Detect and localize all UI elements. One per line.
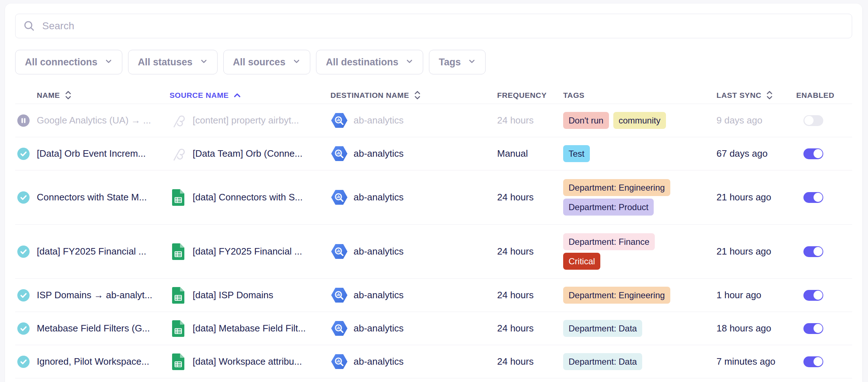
toggle-knob <box>814 291 823 300</box>
enabled-toggle[interactable] <box>803 323 823 334</box>
tag-pill: community <box>613 112 666 129</box>
table-row[interactable]: ISP Domains → ab-analyt... [data] ISP Do… <box>15 279 852 312</box>
column-header: FREQUENCY <box>497 91 563 100</box>
tag-pill: Test <box>563 145 590 162</box>
toggle-knob <box>805 116 814 125</box>
last-sync-value: 18 hours ago <box>716 323 796 334</box>
search-input[interactable] <box>15 14 852 38</box>
bigquery-icon <box>330 146 348 161</box>
frequency-value: 24 hours <box>497 115 563 126</box>
tag-pill: Critical <box>563 253 600 270</box>
table-body: Google Analytics (UA) → ... [content] pr… <box>15 104 852 378</box>
search-bar <box>15 14 852 38</box>
tag-pill: Department: Product <box>563 199 654 216</box>
last-sync-value: 21 hours ago <box>716 192 796 203</box>
table-row[interactable]: Connectors with State M... [data] Connec… <box>15 170 852 225</box>
source-name: [data] Metabase Field Filt... <box>193 323 306 334</box>
enabled-toggle[interactable] <box>803 246 823 257</box>
filter-dropdown[interactable]: All sources <box>223 50 311 74</box>
filter-dropdown[interactable]: Tags <box>429 50 486 74</box>
connection-name: Google Analytics (UA) → ... <box>37 115 158 126</box>
bigquery-icon <box>330 113 348 128</box>
sort-icon-slot <box>64 90 72 100</box>
tags-list: Department: Engineering <box>563 287 716 304</box>
destination-name: ab-analytics <box>354 148 404 159</box>
tag-pill: Department: Data <box>563 320 642 337</box>
frequency-value: 24 hours <box>497 192 563 203</box>
filter-dropdown[interactable]: All statuses <box>128 50 218 74</box>
column-label: NAME <box>37 91 60 100</box>
last-sync-value: 9 days ago <box>716 115 796 126</box>
sort-icon-slot <box>233 92 241 98</box>
tags-list: Test <box>563 145 716 162</box>
tag-pill: Department: Finance <box>563 233 655 250</box>
toggle-knob <box>814 149 823 158</box>
filter-dropdown[interactable]: All destinations <box>316 50 423 74</box>
toggle-knob <box>814 357 823 366</box>
table-row[interactable]: [data] FY2025 Financial ... [data] FY202… <box>15 225 852 279</box>
last-sync-value: 7 minutes ago <box>716 356 796 367</box>
sheets-icon <box>170 287 187 304</box>
enabled-toggle[interactable] <box>803 192 823 203</box>
table-row[interactable]: Metabase Field Filters (G... [data] Meta… <box>15 312 852 345</box>
success-status-icon <box>17 191 30 204</box>
chevron-down-icon <box>105 57 113 68</box>
toggle-knob <box>814 247 823 256</box>
table-row[interactable]: Google Analytics (UA) → ... [content] pr… <box>15 104 852 137</box>
connection-name: [data] FY2025 Financial ... <box>37 246 154 257</box>
filter-dropdown[interactable]: All connections <box>15 50 122 74</box>
source-name: [data] Workspace attribu... <box>193 356 302 367</box>
table-header: NAME SOURCE NAME DESTINATION NAME FREQUE… <box>15 87 852 104</box>
destination-name: ab-analytics <box>354 192 404 203</box>
connection-name: Ignored, Pilot Workspace... <box>37 356 157 367</box>
sort-icon-slot <box>413 90 421 100</box>
bigquery-icon <box>330 321 348 336</box>
sort-icon-slot <box>766 90 773 100</box>
column-header[interactable]: SOURCE NAME <box>170 91 330 100</box>
enabled-toggle[interactable] <box>803 115 823 126</box>
enabled-toggle[interactable] <box>803 356 823 367</box>
destination-name: ab-analytics <box>354 290 404 301</box>
column-header[interactable]: DESTINATION NAME <box>330 90 497 100</box>
airbyte-icon <box>170 112 187 129</box>
column-header[interactable]: LAST SYNC <box>716 90 796 100</box>
success-status-icon <box>17 246 30 258</box>
tag-pill: Department: Engineering <box>563 179 670 196</box>
frequency-value: 24 hours <box>497 356 563 367</box>
filter-label: All statuses <box>138 57 193 68</box>
frequency-value: Manual <box>497 148 563 159</box>
column-header[interactable]: NAME <box>37 90 170 100</box>
success-status-icon <box>17 289 30 301</box>
last-sync-value: 21 hours ago <box>716 246 796 257</box>
column-label: SOURCE NAME <box>170 91 229 100</box>
toggle-knob <box>814 193 823 202</box>
sheets-icon <box>170 353 187 370</box>
enabled-toggle[interactable] <box>803 148 823 159</box>
enabled-toggle[interactable] <box>803 290 823 301</box>
bigquery-icon <box>330 287 348 303</box>
table-row[interactable]: Ignored, Pilot Workspace... [data] Works… <box>15 345 852 378</box>
destination-name: ab-analytics <box>354 115 404 126</box>
filter-label: All connections <box>25 57 97 68</box>
search-icon <box>23 20 35 32</box>
table-row[interactable]: [Data] Orb Event Increm... [Data Team] O… <box>15 137 852 170</box>
connections-panel: All connections All statuses All sources… <box>5 4 862 382</box>
chevron-down-icon <box>200 57 208 68</box>
filter-label: All sources <box>233 57 286 68</box>
source-name: [data] FY2025 Financial ... <box>193 246 302 257</box>
column-header: ENABLED <box>796 91 852 100</box>
filter-label: Tags <box>439 57 461 68</box>
bigquery-icon <box>330 190 348 205</box>
tag-pill: Department: Data <box>563 353 642 370</box>
bigquery-icon <box>330 354 348 369</box>
success-status-icon <box>17 356 30 368</box>
success-status-icon <box>17 148 30 160</box>
tags-list: Don't runcommunity <box>563 112 716 129</box>
connection-name: [Data] Orb Event Increm... <box>37 148 153 159</box>
tags-list: Department: EngineeringDepartment: Produ… <box>563 179 716 216</box>
destination-name: ab-analytics <box>354 323 404 334</box>
success-status-icon <box>17 322 30 335</box>
column-header: TAGS <box>563 91 716 100</box>
frequency-value: 24 hours <box>497 246 563 257</box>
column-label: DESTINATION NAME <box>330 91 409 100</box>
